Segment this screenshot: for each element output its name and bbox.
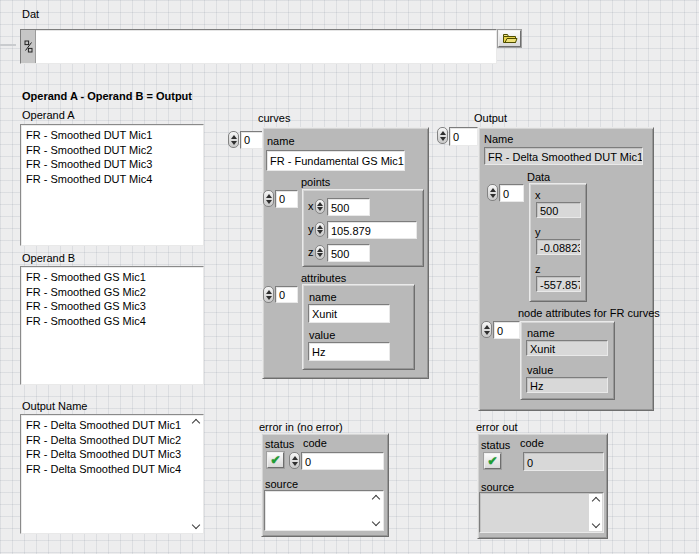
- attributes-name-label: name: [309, 291, 337, 304]
- list-item[interactable]: FR - Smoothed DUT Mic4: [21, 172, 203, 187]
- list-item[interactable]: FR - Smoothed GS Mic3: [21, 299, 203, 314]
- list-item[interactable]: FR - Delta Smoothed DUT Mic1: [21, 418, 203, 433]
- points-index-field[interactable]: 0: [275, 190, 298, 208]
- output-label: Output: [474, 112, 507, 125]
- points-index-spinner[interactable]: [263, 190, 274, 207]
- path-glyph-icon: [24, 39, 33, 54]
- list-item[interactable]: FR - Smoothed DUT Mic1: [21, 128, 203, 143]
- heading: Operand A - Operand B = Output: [22, 90, 192, 103]
- points-x-spinner[interactable]: [315, 199, 325, 214]
- data-x-indicator: 500: [536, 202, 581, 218]
- scroll-up-icon[interactable]: [591, 497, 599, 505]
- folder-icon: [502, 33, 518, 44]
- curves-name-label: name: [267, 135, 295, 148]
- points-label: points: [301, 176, 330, 189]
- error-out-code-label: code: [520, 437, 544, 450]
- points-z-field[interactable]: 500: [327, 244, 370, 262]
- list-item[interactable]: FR - Delta Smoothed DUT Mic3: [21, 447, 203, 462]
- output-index-field[interactable]: 0: [449, 127, 478, 146]
- scroll-up-icon[interactable]: [191, 419, 199, 427]
- output-name-listbox[interactable]: FR - Delta Smoothed DUT Mic1FR - Delta S…: [20, 414, 204, 534]
- data-index-spinner[interactable]: [487, 184, 498, 201]
- attributes-index-field[interactable]: 0: [275, 286, 298, 303]
- listbox-scrollbar[interactable]: [189, 416, 202, 532]
- browse-button[interactable]: [498, 30, 521, 47]
- data-index-field[interactable]: 0: [499, 184, 524, 202]
- error-in-status-label: status: [265, 438, 294, 451]
- operand-b-label: Operand B: [22, 252, 75, 265]
- points-y-field[interactable]: 105.879: [327, 221, 417, 239]
- data-x-label: x: [535, 189, 541, 202]
- points-x-label: x: [308, 200, 314, 213]
- list-item[interactable]: FR - Delta Smoothed DUT Mic4: [21, 462, 203, 477]
- operand-a-label: Operand A: [22, 109, 75, 122]
- output-index-spinner[interactable]: [437, 127, 448, 144]
- node-attr-name-label: name: [527, 327, 555, 340]
- error-out-status-indicator: ✔: [484, 453, 501, 469]
- error-out-source-indicator: [479, 492, 604, 533]
- operand-b-listbox[interactable]: FR - Smoothed GS Mic1FR - Smoothed GS Mi…: [20, 266, 204, 385]
- list-item[interactable]: FR - Smoothed DUT Mic2: [21, 143, 203, 158]
- error-in-code-spinner[interactable]: [289, 452, 300, 469]
- attributes-value-field[interactable]: Hz: [308, 342, 390, 361]
- front-panel: Dat Operand A - Operand B = Output Opera…: [0, 0, 699, 554]
- data-y-indicator: -0.08823: [536, 239, 581, 255]
- curves-index-spinner[interactable]: [228, 131, 239, 148]
- error-out-status-label: status: [481, 439, 510, 452]
- node-attributes-label: node attributes for FR curves: [518, 307, 660, 320]
- node-attr-value-indicator: Hz: [526, 377, 608, 393]
- list-item[interactable]: FR - Smoothed DUT Mic3: [21, 157, 203, 172]
- list-item[interactable]: FR - Smoothed GS Mic4: [21, 314, 203, 329]
- data-y-label: y: [535, 226, 541, 239]
- path-input[interactable]: [20, 29, 497, 64]
- node-attributes-index-field[interactable]: 0: [493, 321, 520, 339]
- data-z-indicator: -557.857: [536, 276, 581, 292]
- list-item[interactable]: FR - Delta Smoothed DUT Mic2: [21, 433, 203, 448]
- path-type-icon[interactable]: [21, 30, 36, 63]
- attributes-index-spinner[interactable]: [263, 286, 274, 303]
- output-name-indicator: FR - Delta Smoothed DUT Mic1: [484, 147, 643, 165]
- node-attr-value-label: value: [527, 364, 553, 377]
- curves-name-field[interactable]: FR - Fundamental GS Mic1: [266, 150, 405, 171]
- scroll-down-icon[interactable]: [591, 520, 599, 528]
- curves-label: curves: [258, 112, 290, 125]
- scroll-up-icon[interactable]: [371, 495, 379, 503]
- attributes-name-field[interactable]: Xunit: [308, 304, 390, 323]
- checkmark-icon: ✔: [270, 454, 280, 466]
- list-item[interactable]: FR - Smoothed GS Mic1: [21, 270, 203, 285]
- error-in-code-label: code: [303, 437, 327, 450]
- output-name-field-label: Name: [484, 133, 513, 146]
- error-in-source-field[interactable]: [264, 490, 384, 531]
- error-out-code-indicator: 0: [523, 452, 604, 471]
- output-name-label: Output Name: [22, 400, 87, 413]
- error-out-source-scrollbar[interactable]: [589, 494, 602, 531]
- error-in-source-scrollbar[interactable]: [369, 492, 382, 529]
- scroll-down-icon[interactable]: [371, 518, 379, 526]
- scroll-down-icon[interactable]: [191, 521, 199, 529]
- path-control-label: Dat: [22, 8, 39, 21]
- points-x-field[interactable]: 500: [327, 198, 370, 216]
- data-z-label: z: [535, 263, 541, 276]
- points-y-label: y: [308, 223, 314, 236]
- error-in-status-button[interactable]: ✔: [267, 452, 284, 468]
- points-z-label: z: [308, 246, 314, 259]
- node-attributes-index-spinner[interactable]: [481, 321, 492, 338]
- points-y-spinner[interactable]: [315, 222, 325, 237]
- wire-stub: [0, 44, 16, 46]
- operand-a-listbox[interactable]: FR - Smoothed DUT Mic1FR - Smoothed DUT …: [20, 124, 204, 246]
- checkmark-icon: ✔: [487, 455, 497, 467]
- list-item[interactable]: FR - Smoothed GS Mic2: [21, 285, 203, 300]
- node-attr-name-indicator: Xunit: [526, 340, 608, 356]
- error-in-code-field[interactable]: 0: [301, 452, 384, 470]
- points-z-spinner[interactable]: [315, 245, 325, 260]
- attributes-value-label: value: [309, 329, 335, 342]
